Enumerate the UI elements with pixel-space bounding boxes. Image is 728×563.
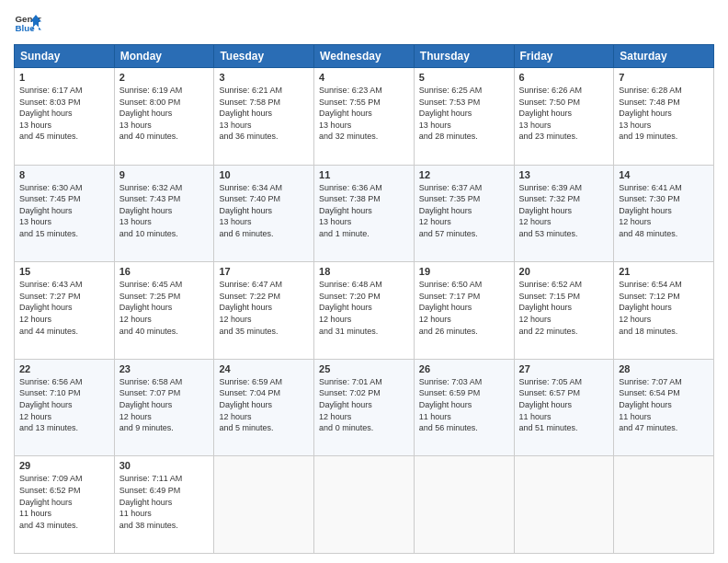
day-number: 11 xyxy=(319,169,409,180)
calendar-header-row: SundayMondayTuesdayWednesdayThursdayFrid… xyxy=(15,45,714,68)
calendar-cell: 23 Sunrise: 6:58 AMSunset: 7:07 PMDaylig… xyxy=(114,359,214,456)
calendar-week-row: 1 Sunrise: 6:17 AMSunset: 8:03 PMDayligh… xyxy=(15,68,714,166)
calendar-cell: 24 Sunrise: 6:59 AMSunset: 7:04 PMDaylig… xyxy=(214,359,314,456)
day-info: Sunrise: 7:11 AMSunset: 6:49 PMDaylight … xyxy=(119,473,210,531)
day-number: 7 xyxy=(619,72,709,83)
calendar-cell: 26 Sunrise: 7:03 AMSunset: 6:59 PMDaylig… xyxy=(414,359,514,456)
day-info: Sunrise: 7:07 AMSunset: 6:54 PMDaylight … xyxy=(619,376,709,434)
logo-icon: General Blue xyxy=(14,9,41,37)
day-info: Sunrise: 6:19 AMSunset: 8:00 PMDaylight … xyxy=(119,85,210,143)
day-info: Sunrise: 6:28 AMSunset: 7:48 PMDaylight … xyxy=(619,85,709,143)
calendar-cell: 3 Sunrise: 6:21 AMSunset: 7:58 PMDayligh… xyxy=(214,68,314,166)
calendar-cell: 1 Sunrise: 6:17 AMSunset: 8:03 PMDayligh… xyxy=(15,68,115,166)
day-number: 18 xyxy=(319,266,409,277)
calendar-cell: 28 Sunrise: 7:07 AMSunset: 6:54 PMDaylig… xyxy=(614,359,714,456)
calendar-cell: 19 Sunrise: 6:50 AMSunset: 7:17 PMDaylig… xyxy=(414,262,514,360)
calendar-cell: 13 Sunrise: 6:39 AMSunset: 7:32 PMDaylig… xyxy=(514,165,614,262)
calendar-cell: 5 Sunrise: 6:25 AMSunset: 7:53 PMDayligh… xyxy=(414,68,514,166)
day-number: 5 xyxy=(419,72,509,83)
day-info: Sunrise: 6:26 AMSunset: 7:50 PMDaylight … xyxy=(519,85,609,143)
calendar-cell: 2 Sunrise: 6:19 AMSunset: 8:00 PMDayligh… xyxy=(114,68,214,166)
day-info: Sunrise: 6:54 AMSunset: 7:12 PMDaylight … xyxy=(619,279,709,337)
calendar: SundayMondayTuesdayWednesdayThursdayFrid… xyxy=(14,44,714,554)
day-info: Sunrise: 6:23 AMSunset: 7:55 PMDaylight … xyxy=(319,85,409,143)
day-number: 20 xyxy=(519,266,609,277)
day-info: Sunrise: 6:30 AMSunset: 7:45 PMDaylight … xyxy=(19,182,109,240)
day-info: Sunrise: 7:03 AMSunset: 6:59 PMDaylight … xyxy=(419,376,509,434)
day-info: Sunrise: 6:39 AMSunset: 7:32 PMDaylight … xyxy=(519,182,609,240)
calendar-cell xyxy=(514,456,614,554)
day-number: 6 xyxy=(519,72,609,83)
calendar-cell xyxy=(414,456,514,554)
calendar-cell: 29 Sunrise: 7:09 AMSunset: 6:52 PMDaylig… xyxy=(15,456,115,554)
calendar-day-header: Sunday xyxy=(15,45,115,68)
calendar-cell: 9 Sunrise: 6:32 AMSunset: 7:43 PMDayligh… xyxy=(114,165,214,262)
day-info: Sunrise: 7:05 AMSunset: 6:57 PMDaylight … xyxy=(519,376,609,434)
calendar-cell xyxy=(214,456,314,554)
day-info: Sunrise: 6:36 AMSunset: 7:38 PMDaylight … xyxy=(319,182,409,240)
day-number: 8 xyxy=(19,169,109,180)
day-number: 30 xyxy=(119,460,210,471)
day-number: 1 xyxy=(19,72,109,83)
calendar-day-header: Saturday xyxy=(614,45,714,68)
calendar-day-header: Wednesday xyxy=(314,45,415,68)
calendar-day-header: Tuesday xyxy=(214,45,314,68)
calendar-cell: 25 Sunrise: 7:01 AMSunset: 7:02 PMDaylig… xyxy=(314,359,415,456)
day-number: 29 xyxy=(19,460,109,471)
calendar-cell xyxy=(614,456,714,554)
day-number: 21 xyxy=(619,266,709,277)
day-number: 9 xyxy=(119,169,210,180)
day-number: 10 xyxy=(219,169,309,180)
header: General Blue xyxy=(14,9,714,37)
day-number: 4 xyxy=(319,72,409,83)
day-number: 23 xyxy=(119,363,210,374)
calendar-cell: 14 Sunrise: 6:41 AMSunset: 7:30 PMDaylig… xyxy=(614,165,714,262)
day-number: 25 xyxy=(319,363,409,374)
calendar-cell: 27 Sunrise: 7:05 AMSunset: 6:57 PMDaylig… xyxy=(514,359,614,456)
day-number: 3 xyxy=(219,72,309,83)
day-number: 28 xyxy=(619,363,709,374)
day-info: Sunrise: 6:48 AMSunset: 7:20 PMDaylight … xyxy=(319,279,409,337)
day-info: Sunrise: 6:34 AMSunset: 7:40 PMDaylight … xyxy=(219,182,309,240)
day-info: Sunrise: 6:37 AMSunset: 7:35 PMDaylight … xyxy=(419,182,509,240)
day-info: Sunrise: 7:09 AMSunset: 6:52 PMDaylight … xyxy=(19,473,109,531)
logo: General Blue xyxy=(14,9,41,37)
day-info: Sunrise: 6:52 AMSunset: 7:15 PMDaylight … xyxy=(519,279,609,337)
calendar-day-header: Thursday xyxy=(414,45,514,68)
calendar-cell: 8 Sunrise: 6:30 AMSunset: 7:45 PMDayligh… xyxy=(15,165,115,262)
calendar-cell: 22 Sunrise: 6:56 AMSunset: 7:10 PMDaylig… xyxy=(15,359,115,456)
day-info: Sunrise: 6:47 AMSunset: 7:22 PMDaylight … xyxy=(219,279,309,337)
day-info: Sunrise: 6:41 AMSunset: 7:30 PMDaylight … xyxy=(619,182,709,240)
calendar-cell: 6 Sunrise: 6:26 AMSunset: 7:50 PMDayligh… xyxy=(514,68,614,166)
day-info: Sunrise: 6:50 AMSunset: 7:17 PMDaylight … xyxy=(419,279,509,337)
day-number: 19 xyxy=(419,266,509,277)
calendar-week-row: 15 Sunrise: 6:43 AMSunset: 7:27 PMDaylig… xyxy=(15,262,714,360)
day-number: 16 xyxy=(119,266,210,277)
day-number: 17 xyxy=(219,266,309,277)
day-info: Sunrise: 6:59 AMSunset: 7:04 PMDaylight … xyxy=(219,376,309,434)
day-info: Sunrise: 6:25 AMSunset: 7:53 PMDaylight … xyxy=(419,85,509,143)
calendar-cell: 10 Sunrise: 6:34 AMSunset: 7:40 PMDaylig… xyxy=(214,165,314,262)
day-number: 27 xyxy=(519,363,609,374)
day-number: 13 xyxy=(519,169,609,180)
calendar-cell: 7 Sunrise: 6:28 AMSunset: 7:48 PMDayligh… xyxy=(614,68,714,166)
calendar-cell: 30 Sunrise: 7:11 AMSunset: 6:49 PMDaylig… xyxy=(114,456,214,554)
calendar-cell: 17 Sunrise: 6:47 AMSunset: 7:22 PMDaylig… xyxy=(214,262,314,360)
page: General Blue SundayMondayTuesdayWednesda… xyxy=(0,0,728,563)
day-info: Sunrise: 6:58 AMSunset: 7:07 PMDaylight … xyxy=(119,376,210,434)
day-info: Sunrise: 6:43 AMSunset: 7:27 PMDaylight … xyxy=(19,279,109,337)
calendar-cell: 15 Sunrise: 6:43 AMSunset: 7:27 PMDaylig… xyxy=(15,262,115,360)
calendar-cell: 16 Sunrise: 6:45 AMSunset: 7:25 PMDaylig… xyxy=(114,262,214,360)
svg-text:Blue: Blue xyxy=(16,23,36,33)
calendar-cell: 21 Sunrise: 6:54 AMSunset: 7:12 PMDaylig… xyxy=(614,262,714,360)
day-number: 14 xyxy=(619,169,709,180)
calendar-cell: 4 Sunrise: 6:23 AMSunset: 7:55 PMDayligh… xyxy=(314,68,415,166)
day-number: 15 xyxy=(19,266,109,277)
calendar-week-row: 29 Sunrise: 7:09 AMSunset: 6:52 PMDaylig… xyxy=(15,456,714,554)
day-info: Sunrise: 6:32 AMSunset: 7:43 PMDaylight … xyxy=(119,182,210,240)
day-info: Sunrise: 7:01 AMSunset: 7:02 PMDaylight … xyxy=(319,376,409,434)
calendar-cell: 11 Sunrise: 6:36 AMSunset: 7:38 PMDaylig… xyxy=(314,165,415,262)
day-info: Sunrise: 6:45 AMSunset: 7:25 PMDaylight … xyxy=(119,279,210,337)
day-number: 22 xyxy=(19,363,109,374)
day-number: 26 xyxy=(419,363,509,374)
